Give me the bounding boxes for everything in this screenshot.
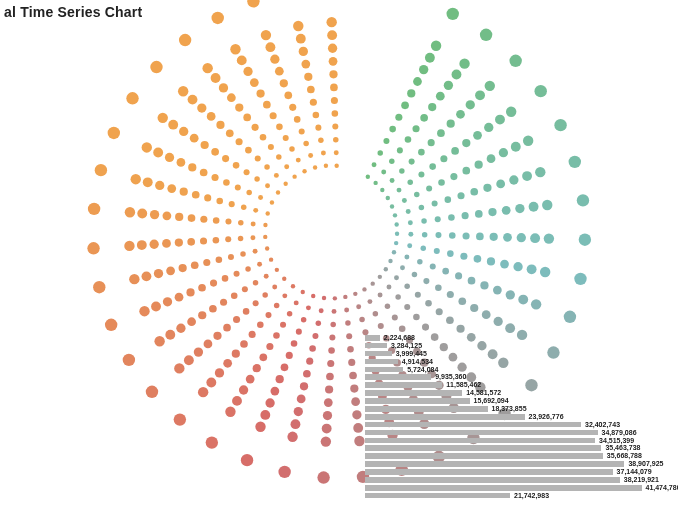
spiral-dot <box>246 190 252 196</box>
spiral-dot <box>174 363 184 373</box>
spiral-dot <box>278 466 290 478</box>
spiral-dot <box>243 308 250 315</box>
spiral-dot <box>447 120 455 128</box>
bar <box>365 414 525 420</box>
spiral-dot <box>167 184 176 193</box>
spiral-dot <box>401 101 409 109</box>
spiral-dot <box>293 21 303 31</box>
spiral-dot <box>509 55 521 67</box>
spiral-dot <box>463 232 470 239</box>
bar <box>365 351 392 357</box>
spiral-dot <box>488 208 496 216</box>
bar-row: 18,373,855 <box>365 405 665 413</box>
spiral-dot <box>412 125 419 132</box>
spiral-dot <box>222 275 229 282</box>
spiral-dot <box>389 158 395 164</box>
spiral-dot <box>404 283 410 289</box>
spiral-dot <box>354 436 364 446</box>
bar-row: 9,935,360 <box>365 373 665 381</box>
spiral-dot <box>93 281 105 293</box>
spiral-dot <box>419 65 428 74</box>
bar-row: 38,219,921 <box>365 476 665 484</box>
spiral-dot <box>502 206 511 215</box>
spiral-dot <box>349 372 357 380</box>
spiral-dot <box>204 194 211 201</box>
spiral-dot <box>302 169 306 173</box>
spiral-dot <box>366 175 370 179</box>
spiral-dot <box>265 183 270 188</box>
spiral-dot <box>202 63 212 73</box>
spiral-dot <box>213 217 220 224</box>
spiral-dot <box>408 232 413 237</box>
spiral-dot <box>393 213 397 217</box>
spiral-dot <box>432 201 438 207</box>
spiral-dot <box>456 110 465 119</box>
spiral-dot <box>210 280 217 287</box>
spiral-dot <box>496 180 505 189</box>
spiral-dot <box>297 395 306 404</box>
bar <box>365 430 598 436</box>
spiral-dot <box>422 324 429 331</box>
spiral-dot <box>289 146 295 152</box>
spiral-dot <box>225 407 235 417</box>
spiral-dot <box>306 358 313 365</box>
spiral-dot <box>168 120 178 130</box>
spiral-dot <box>330 322 336 328</box>
bar <box>365 390 462 396</box>
spiral-dot <box>428 139 435 146</box>
spiral-dot <box>418 149 425 156</box>
spiral-dot <box>153 148 163 158</box>
spiral-dot <box>190 134 199 143</box>
spiral-dot <box>282 293 287 298</box>
spiral-dot <box>294 300 299 305</box>
spiral-dot <box>435 285 442 292</box>
spiral-dot <box>421 246 427 252</box>
spiral-dot <box>234 271 240 277</box>
spiral-dot <box>261 30 271 40</box>
spiral-dot <box>272 284 277 289</box>
spiral-dot <box>381 170 386 175</box>
spiral-dot <box>332 110 339 117</box>
spiral-dot <box>390 204 394 208</box>
spiral-dot <box>419 205 425 211</box>
spiral-dot <box>530 233 540 243</box>
spiral-dot <box>509 175 518 184</box>
spiral-dot <box>186 288 194 296</box>
spiral-dot <box>206 378 216 388</box>
spiral-dot <box>244 169 250 175</box>
spiral-dot <box>87 242 99 254</box>
spiral-dot <box>542 200 552 210</box>
bar <box>365 382 442 388</box>
spiral-dot <box>316 321 322 327</box>
spiral-dot <box>241 454 253 466</box>
spiral-dot <box>303 141 309 147</box>
bar-row: 37,144,079 <box>365 468 665 476</box>
spiral-dot <box>249 331 256 338</box>
spiral-dot <box>192 191 200 199</box>
spiral-dot <box>179 264 187 272</box>
spiral-dot <box>154 269 163 278</box>
spiral-dot <box>487 154 496 163</box>
spiral-dot <box>437 129 445 137</box>
bar-row: 21,742,983 <box>365 492 665 500</box>
spiral-dot <box>287 432 297 442</box>
spiral-dot <box>392 315 398 321</box>
spiral-dot <box>329 334 335 340</box>
spiral-dot <box>517 233 526 242</box>
spiral-dot <box>88 203 100 215</box>
bar <box>365 422 581 428</box>
spiral-dot <box>253 249 258 254</box>
spiral-dot <box>334 164 338 168</box>
spiral-dot <box>373 181 377 185</box>
spiral-dot <box>475 210 483 218</box>
spiral-dot <box>226 129 234 137</box>
spiral-dot <box>142 271 152 281</box>
spiral-dot <box>209 305 217 313</box>
spiral-dot <box>480 281 488 289</box>
bar <box>365 343 387 349</box>
spiral-dot <box>399 326 406 333</box>
spiral-dot <box>300 382 308 390</box>
spiral-dot <box>321 436 331 446</box>
spiral-dot <box>535 167 545 177</box>
spiral-dot <box>286 352 293 359</box>
